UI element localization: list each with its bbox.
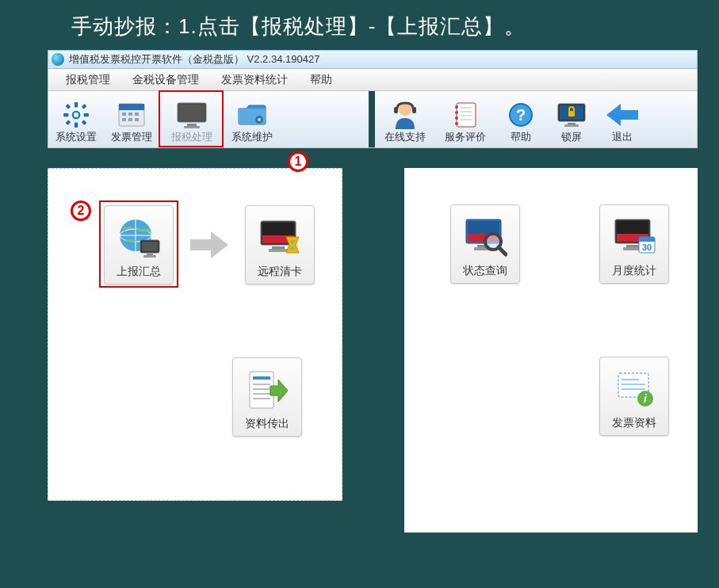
- svg-rect-11: [119, 104, 144, 110]
- svg-rect-3: [63, 113, 68, 116]
- monitor-calendar-icon: 30: [612, 210, 656, 264]
- invoice-management-button[interactable]: 发票管理: [104, 91, 159, 147]
- status-query-tile[interactable]: 状态查询: [450, 204, 520, 284]
- document-info-icon: i: [614, 362, 655, 416]
- svg-rect-46: [142, 242, 158, 251]
- tile-label: 状态查询: [463, 264, 507, 278]
- tile-label: 月度统计: [612, 264, 656, 278]
- tile-label: 发票资料: [612, 416, 656, 430]
- callout-box-1: [159, 90, 224, 147]
- svg-rect-47: [147, 254, 153, 255]
- monthly-stats-tile[interactable]: 30 月度统计: [599, 204, 669, 284]
- tile-label: 上报汇总: [117, 265, 161, 279]
- toolbar-button-label: 服务评价: [445, 130, 486, 144]
- monitor-magnifier-icon: [463, 210, 507, 264]
- svg-rect-1: [75, 102, 78, 107]
- svg-point-23: [258, 118, 261, 121]
- menu-item-device-management[interactable]: 金税设备管理: [121, 73, 210, 87]
- folder-gear-icon: [237, 100, 267, 130]
- tax-processing-panel: 1 2 上报汇总 远程清卡: [48, 168, 342, 501]
- toolbar-left-group: 系统设置 发票管理 报税处理 系统维护: [48, 91, 369, 147]
- menu-item-tax-management[interactable]: 报税管理: [55, 73, 121, 87]
- svg-rect-7: [82, 104, 87, 109]
- remote-clear-card-tile[interactable]: 远程清卡: [245, 205, 315, 284]
- svg-rect-14: [135, 113, 139, 116]
- right-panel: 状态查询 30 月度统计 i 发票资料: [404, 168, 698, 533]
- title-bar-text: 增值税发票税控开票软件（金税盘版） V2.2.34.190427: [69, 52, 319, 67]
- menu-item-help[interactable]: 帮助: [299, 73, 343, 87]
- svg-rect-27: [457, 103, 476, 127]
- service-rating-button[interactable]: 服务评价: [435, 91, 495, 147]
- svg-rect-40: [568, 123, 576, 124]
- monitor-hourglass-icon: [258, 211, 302, 265]
- svg-rect-6: [82, 120, 87, 125]
- callout-1: 1: [288, 151, 308, 172]
- svg-rect-5: [66, 104, 71, 109]
- toolbar-button-label: 退出: [612, 130, 633, 144]
- invoice-data-tile[interactable]: i 发票资料: [599, 357, 669, 436]
- menu-item-invoice-statistics[interactable]: 发票资料统计: [210, 73, 299, 87]
- svg-rect-17: [135, 118, 139, 121]
- svg-rect-71: [626, 245, 639, 247]
- svg-point-32: [455, 105, 458, 109]
- svg-point-33: [455, 111, 458, 114]
- svg-rect-52: [272, 246, 285, 249]
- gear-icon: [63, 100, 90, 130]
- svg-rect-4: [84, 113, 89, 116]
- content-area: 1 2 上报汇总 远程清卡: [48, 168, 698, 533]
- svg-rect-25: [394, 107, 398, 113]
- system-settings-button[interactable]: 系统设置: [48, 91, 104, 147]
- toolbar-button-label: 帮助: [511, 130, 531, 144]
- toolbar-right-group: 在线支持 服务评价 ? 帮助 锁屏: [375, 91, 697, 147]
- svg-rect-42: [568, 111, 575, 116]
- svg-rect-55: [253, 376, 270, 380]
- svg-line-67: [499, 247, 506, 254]
- tax-processing-button[interactable]: 报税处理: [159, 91, 224, 147]
- calendar-icon: [118, 100, 145, 130]
- svg-rect-13: [128, 113, 132, 116]
- svg-rect-48: [143, 255, 156, 258]
- svg-rect-12: [122, 113, 126, 116]
- app-window: 增值税发票税控开票软件（金税盘版） V2.2.34.190427 报税管理 金税…: [48, 50, 698, 148]
- svg-text:30: 30: [642, 242, 652, 252]
- data-export-tile[interactable]: 资料传出: [232, 357, 302, 437]
- svg-point-34: [455, 116, 458, 120]
- arrow-right-icon: [189, 231, 229, 258]
- exit-button[interactable]: 退出: [597, 91, 648, 147]
- lock-screen-button[interactable]: 锁屏: [546, 91, 597, 147]
- toolbar: 系统设置 发票管理 报税处理 系统维护: [48, 91, 698, 148]
- svg-point-35: [455, 122, 458, 125]
- svg-rect-53: [269, 249, 288, 252]
- svg-rect-16: [128, 118, 132, 121]
- tile-label: 资料传出: [245, 417, 289, 431]
- support-person-icon: [392, 100, 419, 130]
- toolbar-button-label: 发票管理: [111, 130, 152, 144]
- tile-label: 远程清卡: [258, 265, 302, 279]
- svg-rect-2: [75, 123, 78, 128]
- lock-monitor-icon: [556, 100, 587, 130]
- svg-point-9: [74, 113, 78, 117]
- svg-rect-26: [412, 107, 416, 113]
- upload-summary-tile[interactable]: 上报汇总: [104, 205, 174, 284]
- toolbar-button-label: 锁屏: [561, 130, 582, 144]
- svg-rect-41: [564, 124, 579, 127]
- toolbar-button-label: 系统维护: [231, 130, 273, 144]
- help-icon: ?: [508, 100, 534, 130]
- toolbar-button-label: 在线支持: [384, 130, 426, 144]
- notebook-icon: [453, 100, 477, 130]
- title-bar: 增值税发票税控开票软件（金税盘版） V2.2.34.190427: [48, 50, 698, 69]
- globe-monitor-icon: [117, 211, 161, 265]
- online-support-button[interactable]: 在线支持: [375, 91, 435, 147]
- app-logo-icon: [52, 53, 64, 66]
- back-arrow-icon: [606, 100, 638, 130]
- document-export-icon: [247, 363, 288, 417]
- callout-2: 2: [71, 200, 91, 221]
- help-button[interactable]: ? 帮助: [495, 91, 546, 147]
- toolbar-separator: [369, 91, 375, 147]
- svg-rect-15: [122, 118, 126, 121]
- menu-bar: 报税管理 金税设备管理 发票资料统计 帮助: [48, 69, 698, 91]
- toolbar-button-label: 系统设置: [55, 130, 97, 144]
- system-maintenance-button[interactable]: 系统维护: [224, 91, 280, 147]
- instruction-text: 手动抄报：1.点击【报税处理】-【上报汇总】。: [0, 0, 719, 50]
- svg-rect-74: [639, 237, 655, 242]
